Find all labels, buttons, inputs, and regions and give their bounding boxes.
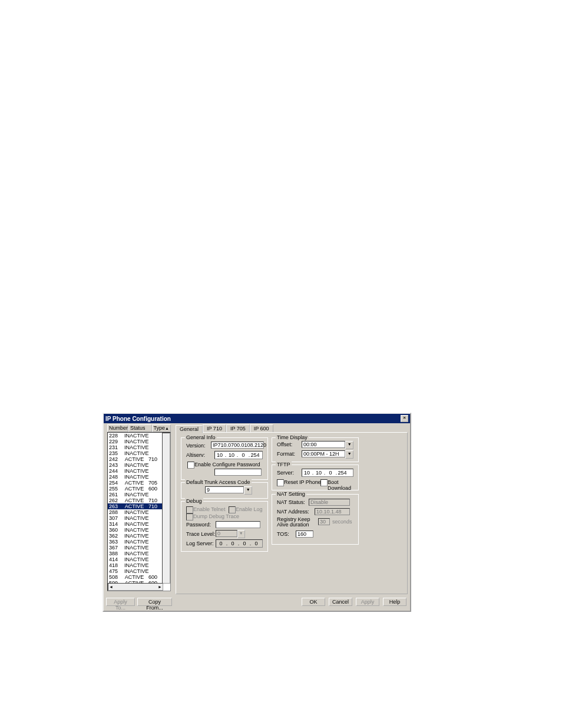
group-time-display: Time Display Offset: 00:00 ▼ Format: 00:…	[272, 437, 359, 462]
table-row[interactable]: 244INACTIVE	[108, 468, 163, 474]
table-row[interactable]: 262ACTIVE710	[108, 498, 163, 503]
tos-field[interactable]: 160	[296, 531, 313, 538]
col-head-type[interactable]: Type ▲	[152, 424, 171, 432]
format-dropdown[interactable]: 00:00PM - 12H ▼	[302, 450, 353, 459]
help-button[interactable]: Help	[383, 598, 406, 606]
group-debug: Debug Enable Telnet Enable Log Dump Debu…	[181, 501, 268, 552]
tab-row: General IP 710 IP 705 IP 600	[176, 424, 408, 432]
group-default-trunk-label: Default Trunk Access Code	[185, 479, 252, 485]
cell-number: 231	[109, 444, 124, 450]
table-row[interactable]: 314INACTIVE	[108, 521, 163, 527]
version-label: Version:	[186, 443, 206, 449]
chevron-down-icon[interactable]: ▼	[244, 486, 252, 495]
cell-type	[149, 551, 162, 556]
enable-configure-password-label: Enable Configure Password	[194, 462, 260, 467]
apply-button[interactable]: Apply	[356, 598, 379, 606]
table-row[interactable]: 248INACTIVE	[108, 474, 163, 480]
table-row[interactable]: 307INACTIVE	[108, 515, 163, 521]
cell-status: ACTIVE	[125, 486, 148, 492]
debug-password-label: Password:	[186, 522, 211, 528]
table-row[interactable]: 263ACTIVE710	[108, 503, 163, 509]
cell-type: 600	[148, 574, 162, 580]
sort-arrow-icon: ▲	[165, 425, 169, 431]
cell-status: INACTIVE	[124, 521, 149, 527]
altiserv-ip[interactable]: 10. 10. 0. 254	[214, 451, 263, 459]
horizontal-scrollbar[interactable]: ◄ ►	[108, 583, 163, 591]
enable-configure-password-checkbox[interactable]	[187, 462, 194, 469]
table-row[interactable]: 243INACTIVE	[108, 462, 163, 468]
cell-number: 363	[109, 539, 124, 545]
apply-to-button[interactable]: Apply To...	[106, 598, 135, 606]
col-head-status[interactable]: Status	[128, 424, 152, 432]
col-head-number[interactable]: Number	[107, 424, 128, 432]
offset-dropdown[interactable]: 00:00 ▼	[302, 441, 353, 449]
table-row[interactable]: 418INACTIVE	[108, 562, 163, 568]
scroll-right-icon[interactable]: ►	[157, 585, 163, 589]
cell-number: 362	[109, 533, 124, 539]
table-row[interactable]: 228INACTIVE	[108, 433, 163, 439]
tftp-server-ip[interactable]: 10. 10. 0. 254	[302, 469, 353, 477]
titlebar[interactable]: IP Phone Configuration ×	[104, 414, 410, 423]
table-row[interactable]: 255ACTIVE600	[108, 486, 163, 492]
table-row[interactable]: 254ACTIVE705	[108, 480, 163, 486]
cell-number: 242	[109, 456, 125, 462]
cell-type	[149, 468, 162, 474]
table-row[interactable]: 362INACTIVE	[108, 533, 163, 539]
cell-status: INACTIVE	[124, 568, 149, 574]
tab-ip710[interactable]: IP 710	[203, 424, 226, 432]
cell-number: 243	[109, 462, 124, 468]
table-row[interactable]: 363INACTIVE	[108, 539, 163, 545]
table-row[interactable]: 475INACTIVE	[108, 568, 163, 574]
tos-label: TOS:	[277, 531, 289, 537]
cell-number: 255	[109, 486, 125, 492]
cell-status: INACTIVE	[124, 533, 149, 539]
debug-password-field[interactable]	[216, 521, 260, 528]
phone-list-pane: Number Status Type ▲ 228INACTIVE229INACT…	[107, 424, 171, 594]
vertical-scrollbar[interactable]	[162, 433, 170, 584]
configure-password-field[interactable]	[214, 469, 262, 476]
cell-status: INACTIVE	[124, 474, 149, 480]
table-row[interactable]: 261INACTIVE	[108, 492, 163, 498]
reset-ip-phone-label: Reset IP Phone	[284, 479, 321, 485]
cell-status: INACTIVE	[124, 439, 149, 444]
tab-ip600[interactable]: IP 600	[250, 424, 273, 432]
cell-status: ACTIVE	[125, 574, 148, 580]
phone-list[interactable]: 228INACTIVE229INACTIVE231INACTIVE235INAC…	[107, 432, 171, 591]
cell-status: INACTIVE	[124, 509, 149, 515]
cell-number: 475	[109, 568, 124, 574]
table-row[interactable]: 388INACTIVE	[108, 551, 163, 556]
table-row[interactable]: 288INACTIVE	[108, 509, 163, 515]
table-row[interactable]: 367INACTIVE	[108, 545, 163, 551]
tab-general[interactable]: General	[176, 425, 203, 433]
ok-button[interactable]: OK	[302, 598, 325, 606]
table-row[interactable]: 508ACTIVE600	[108, 574, 163, 580]
table-row[interactable]: 242ACTIVE710	[108, 456, 163, 462]
close-icon[interactable]: ×	[401, 415, 408, 422]
cell-status: INACTIVE	[124, 462, 149, 468]
table-row[interactable]: 231INACTIVE	[108, 444, 163, 450]
scroll-left-icon[interactable]: ◄	[108, 585, 114, 589]
format-value: 00:00PM - 12H	[302, 450, 345, 457]
table-row[interactable]: 235INACTIVE	[108, 450, 163, 456]
cell-number: 244	[109, 468, 124, 474]
boot-download-checkbox[interactable]	[320, 479, 328, 486]
cell-number: 288	[109, 509, 124, 515]
boot-download-label: Boot Download	[328, 479, 358, 491]
table-row[interactable]: 229INACTIVE	[108, 439, 163, 444]
reset-ip-phone-checkbox[interactable]	[277, 479, 284, 486]
version-field: IP710.0700.0108.2120	[211, 442, 264, 449]
chevron-down-icon[interactable]: ▼	[345, 450, 353, 459]
cancel-button[interactable]: Cancel	[329, 598, 352, 606]
trunk-access-dropdown[interactable]: 9 ▼	[205, 486, 252, 495]
altiserv-label: Altiserv:	[186, 452, 205, 458]
tab-ip705[interactable]: IP 705	[226, 424, 250, 432]
cell-type: 705	[148, 480, 162, 486]
table-row[interactable]: 360INACTIVE	[108, 527, 163, 533]
chevron-down-icon[interactable]: ▼	[345, 441, 353, 449]
dialog-title: IP Phone Configuration	[105, 416, 171, 422]
cell-status: INACTIVE	[124, 450, 149, 456]
format-label: Format:	[277, 451, 295, 457]
cell-type	[149, 539, 162, 545]
table-row[interactable]: 414INACTIVE	[108, 556, 163, 562]
copy-from-button[interactable]: Copy From...	[137, 598, 172, 606]
